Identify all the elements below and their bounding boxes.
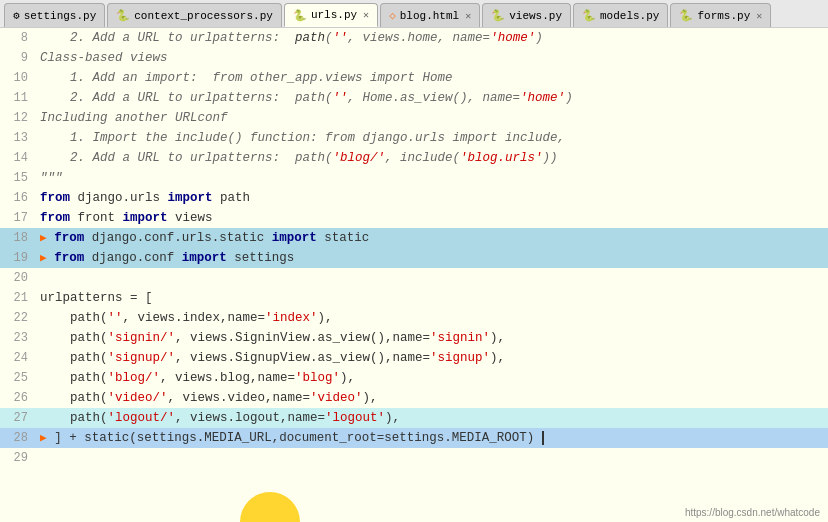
- table-row: 16 from django.urls import path: [0, 188, 828, 208]
- line-content: 1. Add an import: from other_app.views i…: [36, 68, 828, 88]
- line-number: 17: [0, 208, 36, 228]
- tab-label-models: models.py: [600, 10, 659, 22]
- file-icon-models: 🐍: [582, 9, 596, 22]
- close-urls-button[interactable]: ✕: [363, 9, 369, 21]
- line-content: path('signup/', views.SignupView.as_view…: [36, 348, 828, 368]
- tab-label-views: views.py: [509, 10, 562, 22]
- line-number: 28: [0, 428, 36, 448]
- code-table: 8 2. Add a URL to urlpatterns: path('', …: [0, 28, 828, 468]
- line-number: 14: [0, 148, 36, 168]
- line-content: path('logout/', views.logout,name='logou…: [36, 408, 828, 428]
- table-row: 22 path('', views.index,name='index'),: [0, 308, 828, 328]
- close-blog-button[interactable]: ✕: [465, 10, 471, 22]
- table-row: 25 path('blog/', views.blog,name='blog')…: [0, 368, 828, 388]
- line-number: 19: [0, 248, 36, 268]
- table-row: 21 urlpatterns = [: [0, 288, 828, 308]
- close-forms-button[interactable]: ✕: [756, 10, 762, 22]
- line-number: 21: [0, 288, 36, 308]
- tab-models[interactable]: 🐍 models.py: [573, 3, 668, 27]
- line-content: [36, 268, 828, 288]
- line-content: from front import views: [36, 208, 828, 228]
- line-number: 20: [0, 268, 36, 288]
- table-row: 10 1. Add an import: from other_app.view…: [0, 68, 828, 88]
- line-number: 11: [0, 88, 36, 108]
- tab-blog-html[interactable]: ◇ blog.html ✕: [380, 3, 480, 27]
- line-content: path('', views.index,name='index'),: [36, 308, 828, 328]
- line-content: ▶ from django.conf import settings: [36, 248, 828, 268]
- line-number: 16: [0, 188, 36, 208]
- line-content: 2. Add a URL to urlpatterns: path('blog/…: [36, 148, 828, 168]
- line-number: 29: [0, 448, 36, 468]
- table-row: 14 2. Add a URL to urlpatterns: path('bl…: [0, 148, 828, 168]
- tab-urls[interactable]: 🐍 urls.py ✕: [284, 3, 378, 27]
- line-content: Class-based views: [36, 48, 828, 68]
- file-icon-context: 🐍: [116, 9, 130, 22]
- line-content: from django.urls import path: [36, 188, 828, 208]
- line-number: 24: [0, 348, 36, 368]
- table-row: 18 ▶ from django.conf.urls.static import…: [0, 228, 828, 248]
- tab-label-forms: forms.py: [697, 10, 750, 22]
- file-icon-forms: 🐍: [679, 9, 693, 22]
- table-row: 15 """: [0, 168, 828, 188]
- table-row: 29: [0, 448, 828, 468]
- table-row: 23 path('signin/', views.SigninView.as_v…: [0, 328, 828, 348]
- tab-views[interactable]: 🐍 views.py: [482, 3, 571, 27]
- line-content: 2. Add a URL to urlpatterns: path('', vi…: [36, 28, 828, 48]
- line-number: 25: [0, 368, 36, 388]
- table-row: 9 Class-based views: [0, 48, 828, 68]
- line-content: path('video/', views.video,name='video')…: [36, 388, 828, 408]
- code-editor: 8 2. Add a URL to urlpatterns: path('', …: [0, 28, 828, 522]
- line-content: path('signin/', views.SigninView.as_view…: [36, 328, 828, 348]
- line-content: [36, 448, 828, 468]
- line-number: 22: [0, 308, 36, 328]
- table-row: 20: [0, 268, 828, 288]
- table-row: 19 ▶ from django.conf import settings: [0, 248, 828, 268]
- line-number: 15: [0, 168, 36, 188]
- file-icon-views: 🐍: [491, 9, 505, 22]
- table-row: 12 Including another URLconf: [0, 108, 828, 128]
- watermark: https://blog.csdn.net/whatcode: [685, 507, 820, 518]
- line-number: 13: [0, 128, 36, 148]
- table-row: 8 2. Add a URL to urlpatterns: path('', …: [0, 28, 828, 48]
- line-number: 26: [0, 388, 36, 408]
- file-icon-blog: ◇: [389, 9, 396, 22]
- table-row: 24 path('signup/', views.SignupView.as_v…: [0, 348, 828, 368]
- tab-label-settings: settings.py: [24, 10, 97, 22]
- line-content: 1. Import the include() function: from d…: [36, 128, 828, 148]
- line-number: 12: [0, 108, 36, 128]
- line-number: 10: [0, 68, 36, 88]
- tab-settings[interactable]: ⚙ settings.py: [4, 3, 105, 27]
- line-content: ▶ ] + static(settings.MEDIA_URL,document…: [36, 428, 828, 448]
- line-number: 23: [0, 328, 36, 348]
- line-content: path('blog/', views.blog,name='blog'),: [36, 368, 828, 388]
- line-content: 2. Add a URL to urlpatterns: path('', Ho…: [36, 88, 828, 108]
- table-row: 17 from front import views: [0, 208, 828, 228]
- line-content: Including another URLconf: [36, 108, 828, 128]
- tab-label-blog: blog.html: [400, 10, 459, 22]
- table-row: 27 path('logout/', views.logout,name='lo…: [0, 408, 828, 428]
- table-row: 28 ▶ ] + static(settings.MEDIA_URL,docum…: [0, 428, 828, 448]
- tab-label-urls: urls.py: [311, 9, 357, 21]
- table-row: 13 1. Import the include() function: fro…: [0, 128, 828, 148]
- line-content: ▶ from django.conf.urls.static import st…: [36, 228, 828, 248]
- tab-bar: ⚙ settings.py 🐍 context_processors.py 🐍 …: [0, 0, 828, 28]
- line-content: """: [36, 168, 828, 188]
- settings-icon: ⚙: [13, 9, 20, 22]
- line-number: 9: [0, 48, 36, 68]
- file-icon-urls: 🐍: [293, 9, 307, 22]
- line-content: urlpatterns = [: [36, 288, 828, 308]
- line-number: 27: [0, 408, 36, 428]
- tab-context-processors[interactable]: 🐍 context_processors.py: [107, 3, 282, 27]
- decorative-circle: [240, 492, 300, 522]
- table-row: 11 2. Add a URL to urlpatterns: path('',…: [0, 88, 828, 108]
- line-number: 18: [0, 228, 36, 248]
- tab-forms[interactable]: 🐍 forms.py ✕: [670, 3, 771, 27]
- table-row: 26 path('video/', views.video,name='vide…: [0, 388, 828, 408]
- tab-label-context: context_processors.py: [134, 10, 273, 22]
- line-number: 8: [0, 28, 36, 48]
